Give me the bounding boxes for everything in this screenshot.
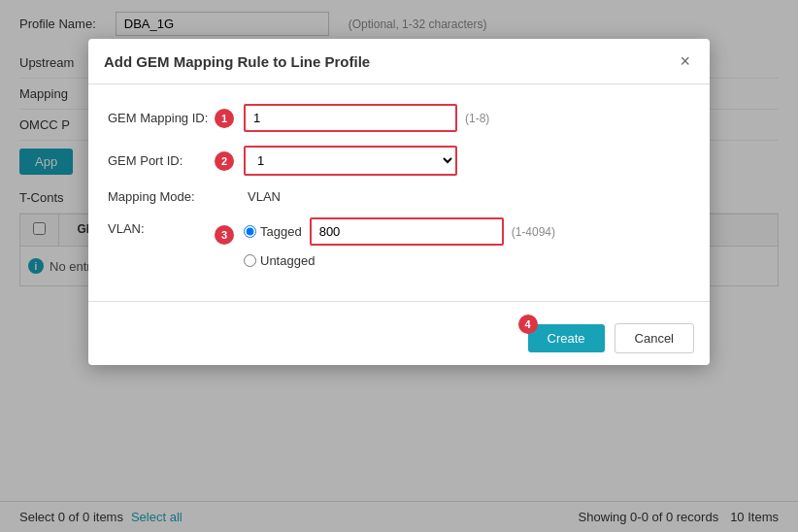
modal-close-button[interactable]: ×	[676, 52, 694, 70]
untagged-radio[interactable]	[244, 254, 256, 267]
vlan-row: VLAN: 3 Tagged (1-4094) Un	[108, 217, 690, 268]
step-2-badge: 2	[215, 151, 234, 171]
tagged-label: Tagged	[260, 224, 302, 239]
gem-port-id-control: 2 1 2 3	[244, 146, 690, 176]
modal-footer: 4 Create Cancel	[88, 312, 710, 365]
gem-port-id-select[interactable]: 1 2 3	[244, 146, 457, 176]
mapping-mode-row: Mapping Mode: VLAN	[108, 189, 690, 204]
modal-dialog: Add GEM Mapping Rule to Line Profile × G…	[88, 39, 710, 365]
mapping-mode-label: Mapping Mode:	[108, 189, 244, 204]
mapping-mode-value: VLAN	[248, 189, 281, 204]
gem-mapping-id-row: GEM Mapping ID: 1 (1-8)	[108, 104, 690, 132]
gem-mapping-id-input[interactable]	[244, 104, 457, 132]
modal-title: Add GEM Mapping Rule to Line Profile	[104, 53, 370, 70]
gem-mapping-id-hint: (1-8)	[465, 112, 489, 125]
vlan-controls: 3 Tagged (1-4094) Untagged	[244, 217, 690, 268]
mapping-mode-control: VLAN	[244, 189, 690, 204]
step-4-badge: 4	[518, 315, 538, 334]
untagged-label: Untagged	[260, 253, 315, 268]
step-1-badge: 1	[215, 109, 234, 128]
gem-mapping-id-control: 1 (1-8)	[244, 104, 690, 132]
step-3-badge: 3	[215, 225, 234, 245]
tagged-radio[interactable]	[244, 225, 256, 238]
vlan-hint: (1-4094)	[512, 225, 555, 239]
vlan-untagged-row: Untagged	[244, 253, 690, 268]
untagged-radio-label[interactable]: Untagged	[244, 253, 315, 268]
create-button[interactable]: 4 Create	[528, 324, 605, 352]
create-label: Create	[548, 331, 585, 346]
modal-divider	[88, 301, 710, 302]
modal-header: Add GEM Mapping Rule to Line Profile ×	[88, 39, 710, 84]
vlan-number-input[interactable]	[310, 217, 504, 246]
modal-body: GEM Mapping ID: 1 (1-8) GEM Port ID: 2 1…	[88, 84, 710, 291]
modal-overlay: Add GEM Mapping Rule to Line Profile × G…	[0, 0, 798, 532]
cancel-button[interactable]: Cancel	[615, 323, 694, 353]
gem-port-id-row: GEM Port ID: 2 1 2 3	[108, 146, 690, 176]
tagged-radio-label[interactable]: Tagged	[244, 224, 302, 239]
vlan-input-row: Tagged (1-4094)	[244, 217, 690, 246]
